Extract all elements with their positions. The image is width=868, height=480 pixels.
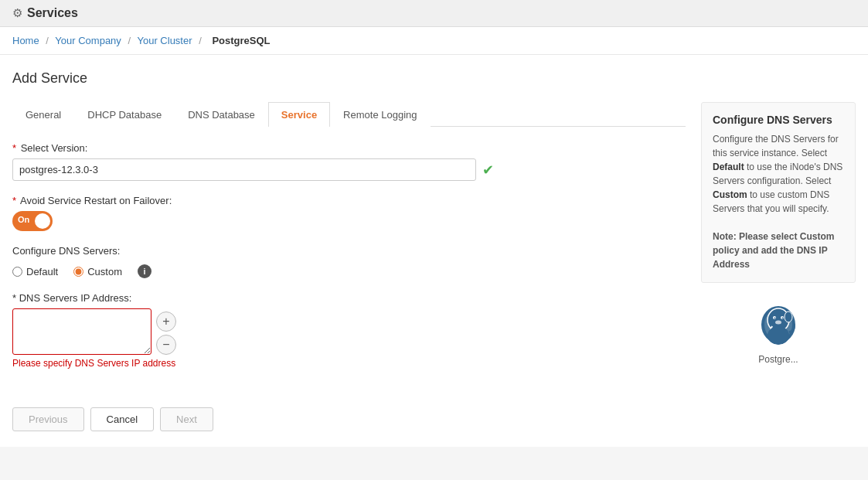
postgresql-icon (755, 303, 802, 349)
dns-ip-input-row: + − (12, 308, 686, 355)
tab-remote-logging[interactable]: Remote Logging (330, 102, 430, 127)
main-area: General DHCP Database DNS Database Servi… (12, 102, 856, 431)
dns-custom-radio[interactable] (73, 267, 83, 277)
failover-section: * Avoid Service Restart on Failover: On (12, 195, 686, 231)
dns-ip-error: Please specify DNS Servers IP address (12, 358, 686, 369)
gear-icon: ⚙ (12, 6, 22, 20)
next-button[interactable]: Next (160, 407, 213, 431)
breadcrumb-cluster[interactable]: Your Cluster (137, 35, 192, 46)
version-required: * (12, 142, 16, 154)
form-area: General DHCP Database DNS Database Servi… (12, 102, 686, 431)
tab-dhcp-database[interactable]: DHCP Database (74, 102, 175, 127)
dns-ip-required: * (12, 292, 16, 304)
remove-ip-button[interactable]: − (156, 335, 176, 355)
failover-required: * (12, 195, 16, 206)
breadcrumb-current: PostgreSQL (212, 35, 270, 46)
dns-section-label: Configure DNS Servers: (12, 245, 686, 257)
breadcrumb-sep-3: / (199, 35, 202, 46)
toggle-slider: On (12, 211, 53, 231)
version-label: * Select Version: (12, 142, 686, 154)
svg-point-5 (774, 318, 776, 319)
dns-info-icon[interactable]: i (138, 264, 151, 278)
version-check-icon: ✔ (482, 162, 494, 179)
dns-ip-section: * DNS Servers IP Address: + − Please spe… (12, 292, 686, 369)
dns-default-option[interactable]: Default (12, 266, 58, 277)
toggle-knob (35, 213, 50, 229)
help-text: Configure the DNS Servers for this servi… (713, 132, 844, 271)
version-select-wrapper: postgres-12.3.0-3 ✔ (12, 158, 686, 181)
breadcrumb-sep-1: / (46, 35, 49, 46)
tab-general[interactable]: General (12, 102, 74, 127)
breadcrumb-sep-2: / (128, 35, 131, 46)
help-box: Configure DNS Servers Configure the DNS … (701, 102, 856, 283)
version-section: * Select Version: postgres-12.3.0-3 ✔ (12, 142, 686, 181)
dns-ip-label: * DNS Servers IP Address: (12, 292, 686, 304)
svg-point-9 (768, 326, 789, 345)
help-title: Configure DNS Servers (713, 114, 844, 126)
breadcrumb-company[interactable]: Your Company (55, 35, 121, 46)
svg-point-8 (785, 311, 792, 322)
dns-default-radio[interactable] (12, 267, 22, 277)
breadcrumb-home[interactable]: Home (12, 35, 39, 46)
page-title: Add Service (12, 70, 856, 87)
tab-dns-database[interactable]: DNS Database (175, 102, 268, 127)
add-ip-button[interactable]: + (156, 311, 176, 332)
right-panel: Configure DNS Servers Configure the DNS … (701, 102, 856, 431)
service-icon-box: Postgre... (701, 295, 856, 373)
svg-point-6 (782, 318, 784, 319)
page-content: Add Service General DHCP Database DNS Da… (0, 55, 868, 447)
app-title: Services (27, 6, 78, 20)
form-buttons: Previous Cancel Next (12, 392, 686, 431)
cancel-button[interactable]: Cancel (90, 407, 154, 431)
tab-service[interactable]: Service (268, 102, 330, 127)
breadcrumb: Home / Your Company / Your Cluster / Pos… (0, 27, 868, 55)
tabs: General DHCP Database DNS Database Servi… (12, 102, 686, 127)
failover-toggle-row: On (12, 211, 686, 231)
dns-section: Configure DNS Servers: Default Custom i (12, 245, 686, 278)
service-name: Postgre... (758, 354, 798, 365)
svg-point-7 (775, 321, 781, 325)
failover-toggle[interactable]: On (12, 211, 53, 231)
ip-buttons: + − (156, 308, 176, 355)
dns-custom-label: Custom (87, 266, 122, 277)
top-bar: ⚙ Services (0, 0, 868, 27)
failover-label: * Avoid Service Restart on Failover: (12, 195, 686, 206)
toggle-on-text: On (18, 215, 29, 224)
version-select[interactable]: postgres-12.3.0-3 (12, 158, 476, 181)
dns-ip-input[interactable] (12, 308, 151, 355)
dns-default-label: Default (26, 266, 58, 277)
dns-custom-option[interactable]: Custom (73, 266, 122, 277)
previous-button[interactable]: Previous (12, 407, 84, 431)
dns-radio-group: Default Custom i (12, 264, 686, 278)
